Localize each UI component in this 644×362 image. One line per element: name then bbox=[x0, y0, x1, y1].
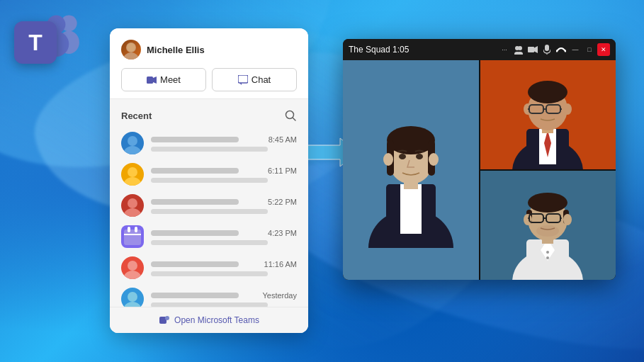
titlebar-controls: ··· bbox=[498, 43, 610, 56]
chat-item-details: 6:11 PM bbox=[151, 166, 297, 183]
chat-time: Yesterday bbox=[262, 291, 297, 300]
svg-point-30 bbox=[165, 316, 169, 320]
avatar bbox=[121, 163, 144, 186]
svg-rect-38 bbox=[545, 45, 549, 51]
minimize-button[interactable]: — bbox=[569, 43, 582, 56]
camera-button[interactable] bbox=[526, 43, 539, 56]
svg-rect-21 bbox=[128, 227, 130, 232]
list-item[interactable]: 8:45 AM bbox=[110, 128, 308, 159]
more-options-button[interactable]: ··· bbox=[498, 43, 511, 56]
participants-icon bbox=[514, 45, 524, 55]
search-icon[interactable] bbox=[284, 109, 297, 122]
chat-name-row: 6:11 PM bbox=[151, 166, 297, 175]
svg-point-17 bbox=[128, 198, 137, 208]
svg-point-65 bbox=[429, 153, 439, 166]
end-call-button[interactable] bbox=[555, 43, 567, 56]
avatar-image-1 bbox=[121, 132, 144, 154]
svg-point-66 bbox=[399, 154, 406, 159]
avatar-image-2 bbox=[121, 163, 144, 186]
svg-point-75 bbox=[528, 193, 567, 213]
svg-point-15 bbox=[128, 167, 137, 177]
open-teams-label: Open Microsoft Teams bbox=[174, 315, 259, 325]
microphone-button[interactable] bbox=[541, 43, 553, 56]
participant-avatar-3 bbox=[505, 171, 590, 280]
chat-name-row: 5:22 PM bbox=[151, 198, 297, 206]
chat-preview bbox=[151, 147, 268, 152]
chat-preview bbox=[151, 178, 268, 183]
chat-item-details: 5:22 PM bbox=[151, 198, 297, 214]
chat-time: 6:11 PM bbox=[268, 166, 297, 175]
open-teams-footer[interactable]: Open Microsoft Teams bbox=[110, 307, 308, 333]
chat-preview bbox=[151, 240, 268, 245]
participant-avatar-2 bbox=[361, 92, 461, 248]
meet-label: Meet bbox=[160, 74, 181, 85]
svg-point-6 bbox=[127, 43, 135, 52]
svg-rect-22 bbox=[135, 227, 137, 232]
avatar-image-3 bbox=[121, 194, 144, 217]
svg-point-64 bbox=[383, 153, 393, 166]
chat-time: 4:23 PM bbox=[268, 229, 297, 237]
svg-point-61 bbox=[387, 126, 435, 154]
camera-icon bbox=[528, 46, 538, 53]
teams-mini-panel: Michelle Ellis Meet Chat Recent bbox=[110, 28, 308, 333]
participant-cell-1 bbox=[480, 60, 616, 169]
avatar-image-4 bbox=[121, 225, 144, 248]
svg-point-24 bbox=[123, 271, 142, 279]
participants-button[interactable] bbox=[512, 43, 525, 56]
video-grid bbox=[343, 60, 616, 280]
panel-content: Recent 8:45 AM bbox=[110, 99, 308, 333]
svg-point-48 bbox=[528, 81, 567, 103]
chat-name-placeholder bbox=[151, 293, 239, 298]
teams-t-logo: T bbox=[14, 21, 57, 64]
svg-point-85 bbox=[536, 225, 559, 237]
svg-point-79 bbox=[563, 214, 572, 225]
svg-rect-9 bbox=[238, 75, 248, 83]
svg-point-67 bbox=[416, 154, 423, 159]
svg-marker-8 bbox=[153, 77, 157, 84]
svg-point-23 bbox=[128, 261, 137, 271]
video-call-window: The Squad 1:05 ··· bbox=[343, 39, 616, 280]
svg-rect-58 bbox=[400, 184, 422, 234]
teams-app-icon[interactable]: T bbox=[14, 14, 78, 71]
chat-list: 8:45 AM 6:11 PM bbox=[110, 128, 308, 333]
svg-marker-10 bbox=[239, 83, 242, 85]
list-item[interactable]: 11:16 AM bbox=[110, 252, 308, 283]
chat-label: Chat bbox=[252, 74, 271, 85]
chat-name-row: 11:16 AM bbox=[151, 260, 297, 268]
list-item[interactable]: 4:23 PM bbox=[110, 221, 308, 252]
close-button[interactable]: ✕ bbox=[597, 43, 610, 56]
chat-name-placeholder bbox=[151, 230, 239, 236]
chat-button[interactable]: Chat bbox=[212, 68, 297, 91]
svg-point-71 bbox=[546, 251, 549, 254]
svg-point-25 bbox=[128, 292, 137, 302]
participant-cell-2 bbox=[343, 60, 479, 280]
teams-footer-icon bbox=[159, 315, 170, 326]
svg-point-11 bbox=[286, 111, 294, 119]
recent-header: Recent bbox=[110, 106, 308, 128]
participant-avatar-1 bbox=[505, 60, 590, 169]
user-name-label: Michelle Ellis bbox=[147, 45, 205, 55]
user-avatar bbox=[121, 40, 141, 60]
chat-name-placeholder bbox=[151, 199, 239, 205]
user-avatar-image bbox=[121, 40, 141, 60]
end-call-icon bbox=[556, 47, 566, 52]
svg-marker-37 bbox=[534, 46, 538, 53]
video-title: The Squad 1:05 bbox=[349, 45, 409, 55]
panel-header: Michelle Ellis Meet Chat bbox=[110, 28, 308, 99]
meet-button[interactable]: Meet bbox=[121, 68, 206, 91]
list-item[interactable]: 6:11 PM bbox=[110, 159, 308, 190]
chat-item-details: Yesterday bbox=[151, 291, 297, 307]
svg-point-18 bbox=[123, 208, 142, 217]
list-item[interactable]: 5:22 PM bbox=[110, 190, 308, 221]
chat-name-row: 8:45 AM bbox=[151, 135, 297, 144]
chat-time: 8:45 AM bbox=[269, 135, 297, 144]
svg-point-5 bbox=[123, 52, 139, 60]
avatar bbox=[121, 256, 144, 279]
chat-time: 5:22 PM bbox=[268, 198, 297, 206]
svg-point-72 bbox=[546, 256, 549, 259]
chat-preview bbox=[151, 209, 268, 214]
microphone-icon bbox=[543, 45, 550, 55]
svg-point-16 bbox=[123, 177, 142, 186]
chat-item-details: 4:23 PM bbox=[151, 229, 297, 245]
maximize-button[interactable]: □ bbox=[583, 43, 596, 56]
